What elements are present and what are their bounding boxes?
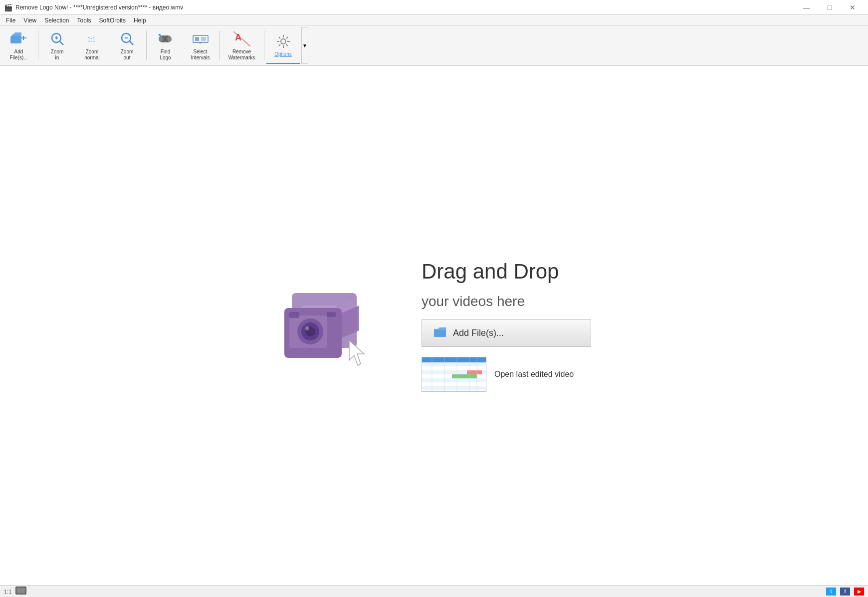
- twitter-icon[interactable]: t: [826, 588, 836, 596]
- remove-watermarks-icon: A: [233, 30, 251, 48]
- app-icon: 🎬: [4, 3, 12, 11]
- svg-rect-49: [422, 357, 486, 362]
- status-bar: 1:1 t f ▶: [0, 585, 868, 597]
- svg-point-25: [281, 39, 286, 44]
- menu-selection[interactable]: Selection: [40, 15, 73, 26]
- status-right: t f ▶: [826, 588, 864, 596]
- toolbar-scroll-right[interactable]: ▼: [301, 27, 308, 64]
- select-intervals-label: SelectIntervals: [191, 49, 210, 61]
- status-icon: [15, 587, 26, 596]
- svg-line-31: [286, 44, 288, 46]
- add-files-button[interactable]: AddFile(s)...: [2, 27, 36, 64]
- add-file-button[interactable]: Add File(s)...: [422, 319, 591, 347]
- svg-marker-1: [11, 32, 21, 35]
- zoom-out-label: Zoomout: [121, 49, 134, 61]
- toolbar-separator-1: [38, 30, 38, 60]
- svg-rect-19: [195, 37, 199, 41]
- svg-rect-4: [23, 36, 24, 40]
- options-button[interactable]: Options: [266, 27, 300, 64]
- main-content: Drag and Drop your videos here Add File(…: [0, 66, 868, 585]
- svg-line-33: [279, 44, 280, 46]
- drop-text-area: Drag and Drop your videos here Add File(…: [422, 260, 591, 392]
- add-files-label: AddFile(s)...: [9, 49, 27, 61]
- toolbar-separator-2: [146, 30, 147, 60]
- facebook-icon[interactable]: f: [840, 588, 850, 596]
- toolbar: AddFile(s)... Zoomin 1:1 Zoomnormal: [0, 26, 868, 66]
- find-logo-label: FindLogo: [160, 49, 171, 61]
- select-intervals-icon: [192, 30, 210, 48]
- zoom-normal-label: Zoomnormal: [84, 49, 100, 61]
- svg-rect-57: [452, 374, 477, 378]
- drag-drop-subtitle: your videos here: [422, 294, 591, 309]
- zoom-normal-button[interactable]: 1:1 Zoomnormal: [75, 27, 109, 64]
- zoom-out-icon: [118, 30, 136, 48]
- svg-rect-50: [422, 362, 486, 366]
- menu-file[interactable]: File: [2, 15, 19, 26]
- youtube-icon[interactable]: ▶: [854, 588, 864, 596]
- options-label: Options: [274, 51, 291, 57]
- zoom-in-button[interactable]: Zoomin: [40, 27, 74, 64]
- svg-line-30: [279, 37, 280, 38]
- last-edited-thumbnail: [422, 357, 486, 392]
- svg-rect-2: [10, 36, 20, 43]
- svg-rect-56: [422, 386, 486, 390]
- svg-line-12: [130, 41, 133, 45]
- close-button[interactable]: ✕: [841, 0, 864, 15]
- svg-rect-58: [467, 370, 482, 374]
- toolbar-separator-4: [264, 30, 264, 60]
- status-left: 1:1: [4, 587, 26, 596]
- minimize-button[interactable]: —: [795, 0, 818, 15]
- svg-marker-46: [349, 340, 364, 365]
- add-files-icon: [10, 30, 28, 48]
- drop-zone-illustration: [277, 268, 392, 383]
- last-edited-video[interactable]: Open last edited video: [422, 357, 591, 392]
- title-bar: 🎬 Remove Logo Now! - ****Unregistered ve…: [0, 0, 868, 15]
- svg-text:1:1: 1:1: [87, 36, 96, 43]
- find-logo-icon: [157, 30, 175, 48]
- svg-point-16: [160, 37, 164, 41]
- svg-rect-44: [327, 312, 336, 317]
- find-logo-button[interactable]: FindLogo: [149, 27, 183, 64]
- drag-drop-title: Drag and Drop: [422, 260, 591, 284]
- window-controls: — □ ✕: [795, 0, 864, 15]
- remove-watermarks-button[interactable]: A Remove Watermarks: [222, 27, 262, 64]
- menu-view[interactable]: View: [19, 15, 40, 26]
- menu-softorbits[interactable]: SoftOrbits: [95, 15, 130, 26]
- menu-tools[interactable]: Tools: [73, 15, 95, 26]
- menu-help[interactable]: Help: [130, 15, 150, 26]
- add-file-label: Add File(s)...: [453, 328, 504, 338]
- add-file-folder-icon: [434, 326, 448, 340]
- svg-point-17: [166, 37, 170, 41]
- last-edited-label: Open last edited video: [494, 370, 574, 379]
- svg-rect-65: [16, 588, 25, 594]
- menu-bar: File View Selection Tools SoftOrbits Hel…: [0, 15, 868, 26]
- toolbar-separator-3: [219, 30, 220, 60]
- zoom-in-label: Zoomin: [51, 49, 64, 61]
- window-title: Remove Logo Now! - ****Unregistered vers…: [15, 4, 183, 11]
- options-icon: [274, 32, 292, 50]
- select-intervals-button[interactable]: SelectIntervals: [184, 27, 217, 64]
- svg-line-32: [286, 37, 288, 38]
- svg-rect-20: [201, 37, 206, 41]
- svg-rect-55: [422, 382, 486, 386]
- drop-zone: Drag and Drop your videos here Add File(…: [277, 260, 591, 392]
- zoom-out-button[interactable]: Zoomout: [110, 27, 144, 64]
- svg-rect-54: [422, 378, 486, 382]
- maximize-button[interactable]: □: [818, 0, 841, 15]
- remove-watermarks-label: Remove Watermarks: [223, 49, 260, 61]
- zoom-normal-icon: 1:1: [83, 30, 101, 48]
- svg-rect-43: [289, 312, 299, 318]
- svg-rect-51: [422, 366, 486, 370]
- svg-rect-48: [434, 330, 446, 337]
- svg-line-8: [60, 41, 63, 45]
- zoom-in-icon: [48, 30, 66, 48]
- zoom-indicator: 1:1: [4, 589, 11, 595]
- svg-point-42: [305, 326, 309, 330]
